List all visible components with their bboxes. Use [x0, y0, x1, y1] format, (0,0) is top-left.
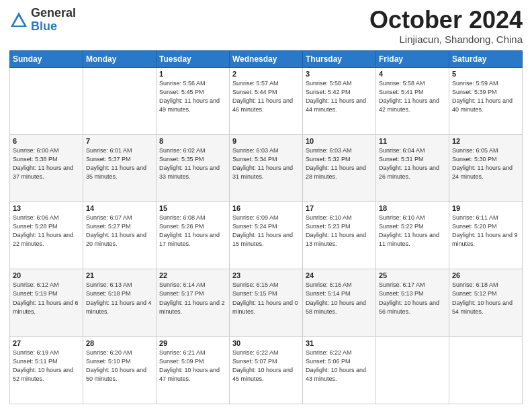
calendar-cell: 24Sunrise: 6:16 AMSunset: 5:14 PMDayligh… — [303, 269, 376, 336]
day-number: 23 — [232, 271, 300, 279]
day-info: Sunrise: 6:03 AMSunset: 5:34 PMDaylight:… — [232, 146, 300, 181]
calendar-cell: 8Sunrise: 6:02 AMSunset: 5:35 PMDaylight… — [157, 134, 230, 201]
logo-text: General Blue — [31, 7, 76, 34]
day-number: 24 — [306, 271, 373, 279]
weekday-row: SundayMondayTuesdayWednesdayThursdayFrid… — [10, 50, 523, 67]
day-info: Sunrise: 6:04 AMSunset: 5:31 PMDaylight:… — [379, 146, 446, 181]
calendar-cell: 3Sunrise: 5:58 AMSunset: 5:42 PMDaylight… — [303, 67, 376, 134]
day-info: Sunrise: 6:03 AMSunset: 5:32 PMDaylight:… — [306, 146, 373, 181]
calendar-cell — [376, 336, 449, 404]
day-info: Sunrise: 5:56 AMSunset: 5:45 PMDaylight:… — [159, 79, 226, 114]
day-number: 22 — [159, 271, 226, 279]
calendar-cell: 30Sunrise: 6:22 AMSunset: 5:07 PMDayligh… — [230, 336, 303, 404]
calendar-cell: 26Sunrise: 6:18 AMSunset: 5:12 PMDayligh… — [449, 269, 523, 336]
calendar-cell: 31Sunrise: 6:22 AMSunset: 5:06 PMDayligh… — [303, 336, 376, 404]
day-info: Sunrise: 6:17 AMSunset: 5:13 PMDaylight:… — [379, 281, 446, 316]
calendar-cell: 25Sunrise: 6:17 AMSunset: 5:13 PMDayligh… — [376, 269, 449, 336]
calendar-cell — [83, 67, 157, 134]
location: Linjiacun, Shandong, China — [369, 34, 523, 45]
day-number: 11 — [379, 137, 446, 145]
day-number: 25 — [379, 271, 446, 279]
day-number: 4 — [379, 70, 446, 78]
day-info: Sunrise: 6:06 AMSunset: 5:28 PMDaylight:… — [13, 214, 80, 248]
day-number: 15 — [159, 204, 226, 212]
weekday-header-wednesday: Wednesday — [230, 50, 303, 67]
day-number: 8 — [159, 137, 226, 145]
calendar-week-3: 13Sunrise: 6:06 AMSunset: 5:28 PMDayligh… — [10, 202, 523, 269]
day-info: Sunrise: 6:13 AMSunset: 5:18 PMDaylight:… — [86, 281, 153, 316]
day-info: Sunrise: 6:21 AMSunset: 5:09 PMDaylight:… — [159, 349, 226, 383]
logo-blue: Blue — [31, 19, 57, 33]
day-number: 10 — [306, 137, 373, 145]
calendar-cell: 29Sunrise: 6:21 AMSunset: 5:09 PMDayligh… — [157, 336, 230, 404]
calendar-cell: 15Sunrise: 6:08 AMSunset: 5:26 PMDayligh… — [157, 202, 230, 269]
day-info: Sunrise: 5:58 AMSunset: 5:41 PMDaylight:… — [379, 79, 446, 114]
calendar-week-2: 6Sunrise: 6:00 AMSunset: 5:38 PMDaylight… — [10, 134, 523, 201]
logo-icon — [9, 11, 28, 30]
day-info: Sunrise: 6:20 AMSunset: 5:10 PMDaylight:… — [86, 349, 153, 383]
day-number: 7 — [86, 137, 153, 145]
calendar-cell: 21Sunrise: 6:13 AMSunset: 5:18 PMDayligh… — [83, 269, 157, 336]
header: General Blue October 2024 Linjiacun, Sha… — [9, 7, 523, 45]
day-info: Sunrise: 6:05 AMSunset: 5:30 PMDaylight:… — [452, 146, 519, 181]
calendar-cell: 7Sunrise: 6:01 AMSunset: 5:37 PMDaylight… — [83, 134, 157, 201]
day-number: 2 — [232, 70, 300, 78]
calendar-cell: 2Sunrise: 5:57 AMSunset: 5:44 PMDaylight… — [230, 67, 303, 134]
weekday-header-sunday: Sunday — [10, 50, 83, 67]
calendar: SundayMondayTuesdayWednesdayThursdayFrid… — [9, 50, 523, 404]
weekday-header-saturday: Saturday — [449, 50, 523, 67]
day-number: 29 — [159, 339, 226, 347]
calendar-cell: 1Sunrise: 5:56 AMSunset: 5:45 PMDaylight… — [157, 67, 230, 134]
calendar-cell: 11Sunrise: 6:04 AMSunset: 5:31 PMDayligh… — [376, 134, 449, 201]
day-info: Sunrise: 6:10 AMSunset: 5:22 PMDaylight:… — [379, 214, 446, 248]
calendar-cell: 12Sunrise: 6:05 AMSunset: 5:30 PMDayligh… — [449, 134, 523, 201]
day-number: 31 — [306, 339, 373, 347]
calendar-cell: 5Sunrise: 5:59 AMSunset: 5:39 PMDaylight… — [449, 67, 523, 134]
calendar-cell: 9Sunrise: 6:03 AMSunset: 5:34 PMDaylight… — [230, 134, 303, 201]
day-info: Sunrise: 6:22 AMSunset: 5:06 PMDaylight:… — [306, 349, 373, 383]
calendar-cell: 28Sunrise: 6:20 AMSunset: 5:10 PMDayligh… — [83, 336, 157, 404]
day-number: 21 — [86, 271, 153, 279]
page: General Blue October 2024 Linjiacun, Sha… — [0, 0, 532, 411]
day-info: Sunrise: 6:16 AMSunset: 5:14 PMDaylight:… — [306, 281, 373, 316]
day-number: 26 — [452, 271, 519, 279]
day-number: 5 — [452, 70, 519, 78]
day-info: Sunrise: 5:58 AMSunset: 5:42 PMDaylight:… — [306, 79, 373, 114]
day-info: Sunrise: 6:08 AMSunset: 5:26 PMDaylight:… — [159, 214, 226, 248]
day-number: 19 — [452, 204, 519, 212]
day-info: Sunrise: 6:02 AMSunset: 5:35 PMDaylight:… — [159, 146, 226, 181]
calendar-cell — [449, 336, 523, 404]
calendar-cell: 23Sunrise: 6:15 AMSunset: 5:15 PMDayligh… — [230, 269, 303, 336]
day-number: 16 — [232, 204, 300, 212]
day-info: Sunrise: 6:12 AMSunset: 5:19 PMDaylight:… — [13, 281, 80, 316]
day-info: Sunrise: 6:15 AMSunset: 5:15 PMDaylight:… — [232, 281, 300, 316]
calendar-week-1: 1Sunrise: 5:56 AMSunset: 5:45 PMDaylight… — [10, 67, 523, 134]
calendar-cell: 27Sunrise: 6:19 AMSunset: 5:11 PMDayligh… — [10, 336, 83, 404]
day-number: 9 — [232, 137, 300, 145]
weekday-header-thursday: Thursday — [303, 50, 376, 67]
calendar-cell: 18Sunrise: 6:10 AMSunset: 5:22 PMDayligh… — [376, 202, 449, 269]
day-info: Sunrise: 6:07 AMSunset: 5:27 PMDaylight:… — [86, 214, 153, 248]
day-info: Sunrise: 5:59 AMSunset: 5:39 PMDaylight:… — [452, 79, 519, 114]
calendar-cell — [10, 67, 83, 134]
calendar-cell: 16Sunrise: 6:09 AMSunset: 5:24 PMDayligh… — [230, 202, 303, 269]
day-info: Sunrise: 6:09 AMSunset: 5:24 PMDaylight:… — [232, 214, 300, 248]
calendar-cell: 6Sunrise: 6:00 AMSunset: 5:38 PMDaylight… — [10, 134, 83, 201]
day-info: Sunrise: 6:18 AMSunset: 5:12 PMDaylight:… — [452, 281, 519, 316]
day-number: 17 — [306, 204, 373, 212]
calendar-body: 1Sunrise: 5:56 AMSunset: 5:45 PMDaylight… — [10, 67, 523, 404]
day-info: Sunrise: 6:14 AMSunset: 5:17 PMDaylight:… — [159, 281, 226, 316]
calendar-header: SundayMondayTuesdayWednesdayThursdayFrid… — [10, 50, 523, 67]
logo: General Blue — [9, 7, 76, 34]
day-number: 6 — [13, 137, 80, 145]
day-number: 20 — [13, 271, 80, 279]
calendar-cell: 20Sunrise: 6:12 AMSunset: 5:19 PMDayligh… — [10, 269, 83, 336]
day-info: Sunrise: 6:01 AMSunset: 5:37 PMDaylight:… — [86, 146, 153, 181]
calendar-week-5: 27Sunrise: 6:19 AMSunset: 5:11 PMDayligh… — [10, 336, 523, 404]
day-number: 18 — [379, 204, 446, 212]
calendar-cell: 10Sunrise: 6:03 AMSunset: 5:32 PMDayligh… — [303, 134, 376, 201]
day-number: 27 — [13, 339, 80, 347]
weekday-header-tuesday: Tuesday — [157, 50, 230, 67]
month-title: October 2024 — [369, 7, 523, 34]
day-number: 30 — [232, 339, 300, 347]
